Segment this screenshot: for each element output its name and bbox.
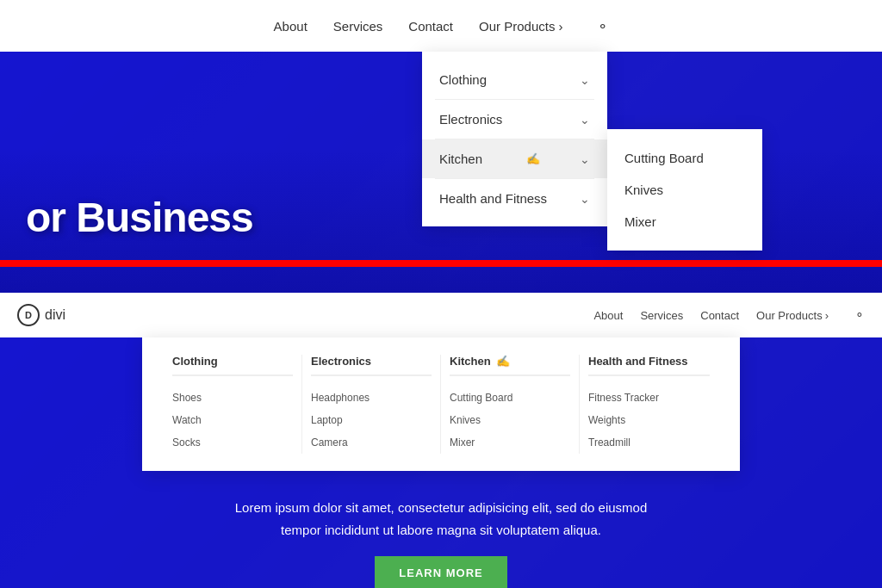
chevron-down-icon xyxy=(580,152,590,166)
mega-item-fitness-tracker[interactable]: Fitness Tracker xyxy=(588,387,710,409)
mega-item-mixer[interactable]: Mixer xyxy=(450,431,570,454)
mega-col-header-kitchen: Kitchen ✍ xyxy=(450,355,570,376)
bottom-hero-content: Lorem ipsum dolor sit amet, consectetur … xyxy=(0,475,882,588)
mega-col-header-clothing: Clothing xyxy=(172,355,293,376)
mega-item-cutting-board[interactable]: Cutting Board xyxy=(450,387,570,409)
mega-item-socks[interactable]: Socks xyxy=(172,431,293,454)
products-dropdown: Clothing Electronics Kitchen ✍ Health an… xyxy=(422,52,607,226)
chevron-down-icon xyxy=(580,113,590,127)
chevron-down-icon: › xyxy=(825,309,829,322)
dropdown-item-clothing[interactable]: Clothing xyxy=(422,60,607,99)
red-stripe xyxy=(0,260,882,267)
nav-services[interactable]: Services xyxy=(333,19,383,34)
nav-about[interactable]: About xyxy=(274,19,307,34)
kitchen-submenu: Cutting Board Knives Mixer xyxy=(607,129,762,251)
mega-item-knives[interactable]: Knives xyxy=(450,409,570,431)
logo-text: divi xyxy=(45,307,65,323)
divi-nav-our-products[interactable]: Our Products › xyxy=(756,309,829,322)
top-section: About Services Contact Our Products › ⚬ … xyxy=(0,0,882,293)
divi-search-icon[interactable]: ⚬ xyxy=(854,308,865,322)
divi-nav-links: About Services Contact Our Products › ⚬ xyxy=(593,308,865,322)
mega-item-treadmill[interactable]: Treadmill xyxy=(588,431,710,454)
mega-menu-grid: Clothing Shoes Watch Socks Electronics H… xyxy=(164,355,718,454)
top-nav-bar: About Services Contact Our Products › ⚬ xyxy=(0,0,882,52)
dropdown-item-health[interactable]: Health and Fitness xyxy=(422,179,607,218)
submenu-item-mixer[interactable]: Mixer xyxy=(624,206,745,238)
submenu-item-cutting-board[interactable]: Cutting Board xyxy=(624,142,745,174)
mega-item-camera[interactable]: Camera xyxy=(311,431,432,454)
mega-menu: Clothing Shoes Watch Socks Electronics H… xyxy=(142,337,740,471)
learn-more-button[interactable]: LEARN MORE xyxy=(375,556,506,588)
bottom-section: D divi About Services Contact Our Produc… xyxy=(0,293,882,588)
divi-nav-services[interactable]: Services xyxy=(640,309,683,322)
nav-contact[interactable]: Contact xyxy=(408,19,453,34)
mega-col-header-electronics: Electronics xyxy=(311,355,432,376)
top-nav-links: About Services Contact Our Products › ⚬ xyxy=(274,18,609,34)
bottom-hero-text: Lorem ipsum dolor sit amet, consectetur … xyxy=(226,497,656,541)
mega-col-header-health: Health and Fitness xyxy=(588,355,710,376)
divi-nav-about[interactable]: About xyxy=(593,309,623,322)
submenu-item-knives[interactable]: Knives xyxy=(624,174,745,206)
divi-nav-bar: D divi About Services Contact Our Produc… xyxy=(0,293,882,337)
logo-circle: D xyxy=(17,304,40,326)
dropdown-item-kitchen[interactable]: Kitchen ✍ xyxy=(422,139,607,178)
divi-logo: D divi xyxy=(17,304,65,326)
mega-col-electronics: Electronics Headphones Laptop Camera xyxy=(302,355,441,454)
mega-col-clothing: Clothing Shoes Watch Socks xyxy=(164,355,302,454)
mega-item-weights[interactable]: Weights xyxy=(588,409,710,431)
cursor-pointer-icon: ✍ xyxy=(526,152,540,165)
mega-col-health: Health and Fitness Fitness Tracker Weigh… xyxy=(580,355,718,454)
nav-our-products[interactable]: Our Products › xyxy=(479,19,562,34)
mega-item-laptop[interactable]: Laptop xyxy=(311,409,432,431)
mega-col-kitchen: Kitchen ✍ Cutting Board Knives Mixer xyxy=(441,355,580,454)
mega-item-shoes[interactable]: Shoes xyxy=(172,387,293,409)
divi-nav-contact[interactable]: Contact xyxy=(700,309,739,322)
chevron-down-icon: › xyxy=(558,19,562,34)
search-icon[interactable]: ⚬ xyxy=(597,18,608,34)
cursor-pointer-icon: ✍ xyxy=(496,355,510,368)
chevron-down-icon xyxy=(580,73,590,87)
mega-item-watch[interactable]: Watch xyxy=(172,409,293,431)
dropdown-item-electronics[interactable]: Electronics xyxy=(422,100,607,139)
mega-item-headphones[interactable]: Headphones xyxy=(311,387,432,409)
chevron-down-icon xyxy=(580,192,590,206)
hero-text: or Business xyxy=(26,194,253,241)
